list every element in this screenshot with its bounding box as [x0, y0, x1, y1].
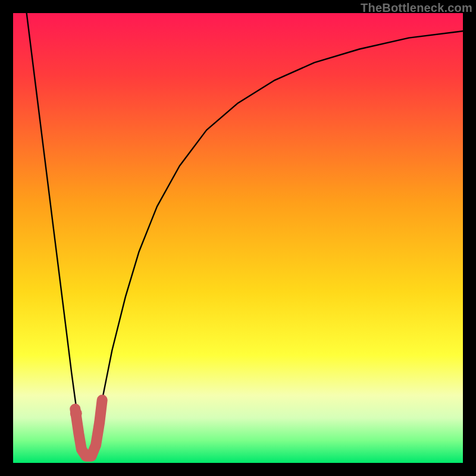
plot-area — [13, 13, 463, 463]
chart-svg — [13, 13, 463, 463]
chart-frame: TheBottleneck.com — [0, 0, 476, 476]
marker-dot — [70, 408, 82, 419]
gradient-background — [13, 13, 463, 463]
marker-dot — [74, 431, 84, 441]
